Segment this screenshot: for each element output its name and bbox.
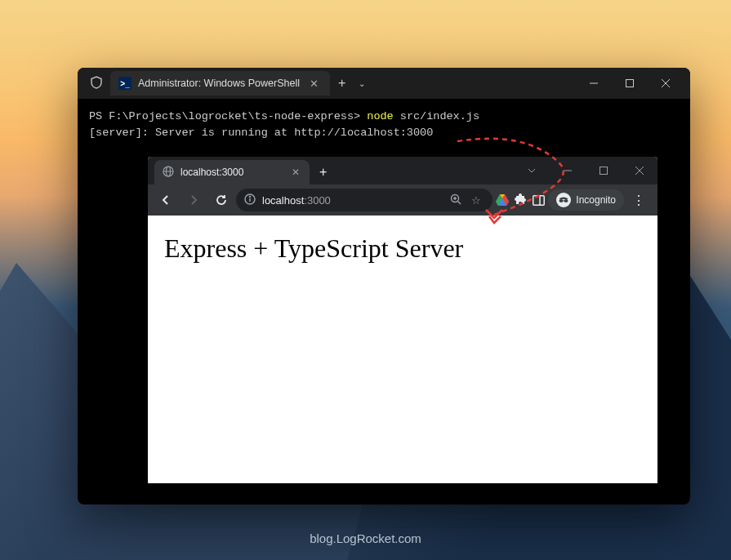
side-panel-icon[interactable]: [530, 192, 546, 208]
incognito-badge[interactable]: Incognito: [548, 189, 624, 211]
tab-dropdown-button[interactable]: [514, 158, 550, 183]
address-bar[interactable]: localhost:3000 ☆: [236, 189, 493, 211]
tab-dropdown-button[interactable]: ⌄: [354, 79, 370, 88]
browser-toolbar: localhost:3000 ☆ Incognito ⋮: [148, 184, 657, 216]
terminal-output[interactable]: PS F:\Projects\logrocket\ts-node-express…: [78, 99, 690, 152]
address-port: :3000: [304, 194, 331, 207]
command-argument: src/index.js: [400, 110, 479, 122]
new-tab-button[interactable]: +: [310, 165, 337, 184]
maximize-button[interactable]: [586, 158, 622, 183]
browser-tabbar[interactable]: localhost:3000 ✕ +: [148, 157, 657, 184]
footer-attribution: blog.LogRocket.com: [0, 531, 731, 545]
svg-line-15: [458, 201, 461, 204]
globe-icon: [163, 166, 174, 180]
close-button[interactable]: [648, 71, 684, 96]
google-drive-icon[interactable]: [494, 192, 510, 208]
prompt-path: F:\Projects\logrocket\ts-node-express>: [109, 110, 360, 122]
menu-button[interactable]: ⋮: [626, 193, 653, 208]
svg-point-13: [250, 196, 251, 197]
svg-rect-1: [626, 80, 634, 87]
forward-button[interactable]: [181, 187, 207, 213]
minimize-button[interactable]: [550, 158, 586, 183]
page-heading: Express + TypeScript Server: [164, 233, 641, 264]
close-icon[interactable]: ✕: [290, 165, 301, 180]
svg-rect-26: [563, 201, 564, 202]
prompt-prefix: PS: [89, 110, 109, 122]
browser-tab-title: localhost:3000: [181, 167, 243, 178]
browser-tab[interactable]: localhost:3000 ✕: [154, 160, 310, 184]
zoom-icon[interactable]: [450, 193, 461, 207]
maximize-button[interactable]: [612, 71, 648, 96]
close-button[interactable]: [622, 158, 657, 183]
svg-point-25: [564, 199, 568, 202]
address-host: localhost: [262, 194, 304, 207]
close-icon[interactable]: ✕: [306, 76, 322, 91]
terminal-line: PS F:\Projects\logrocket\ts-node-express…: [89, 109, 679, 125]
new-tab-button[interactable]: +: [330, 76, 354, 91]
command-binary: node: [367, 110, 393, 122]
page-content: Express + TypeScript Server: [148, 216, 657, 282]
back-button[interactable]: [153, 187, 179, 213]
incognito-icon: [556, 193, 571, 207]
browser-window: localhost:3000 ✕ +: [148, 157, 657, 483]
extensions-icon[interactable]: [512, 192, 528, 208]
terminal-line: [server]: Server is running at http://lo…: [89, 125, 679, 141]
bookmark-icon[interactable]: ☆: [468, 194, 484, 207]
minimize-button[interactable]: [576, 71, 612, 96]
reload-button[interactable]: [208, 187, 234, 213]
incognito-label: Incognito: [576, 194, 616, 206]
terminal-tab-title: Administrator: Windows PowerShell: [138, 78, 300, 89]
site-info-icon[interactable]: [244, 193, 256, 207]
svg-rect-8: [600, 167, 608, 175]
terminal-tab[interactable]: >_ Administrator: Windows PowerShell ✕: [110, 71, 330, 96]
terminal-titlebar[interactable]: >_ Administrator: Windows PowerShell ✕ +…: [78, 68, 690, 99]
shield-icon: [91, 76, 104, 91]
svg-rect-22: [533, 195, 545, 205]
powershell-icon: >_: [118, 77, 131, 90]
svg-point-24: [559, 199, 564, 202]
